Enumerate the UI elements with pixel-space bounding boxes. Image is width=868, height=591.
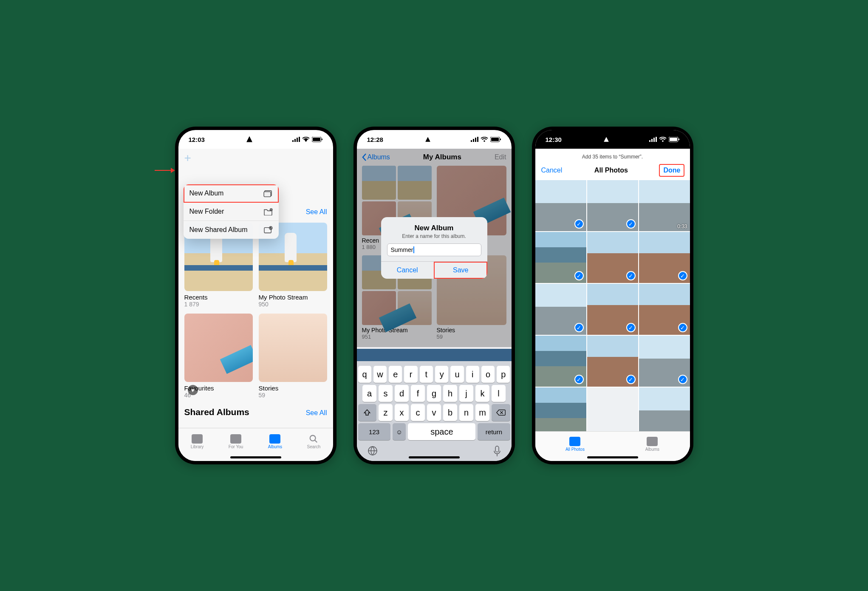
shared-album-icon	[263, 226, 273, 234]
tab-albums[interactable]: Albums	[645, 437, 659, 452]
svg-rect-3	[299, 137, 300, 142]
cell-signal-icon	[292, 137, 300, 142]
keyboard: qwertyuiop asdfghjkl zxcvbnm 123 ☺	[357, 361, 512, 461]
key-c[interactable]: c	[411, 404, 425, 421]
key-x[interactable]: x	[395, 404, 409, 421]
done-button[interactable]: Done	[660, 165, 684, 176]
photo-cell[interactable]: ✓	[535, 180, 586, 231]
svg-rect-6	[322, 139, 322, 140]
photo-cell[interactable]	[587, 387, 638, 431]
key-d[interactable]: d	[395, 385, 409, 402]
alert-backdrop: New Album Enter a name for this album. S…	[357, 149, 512, 347]
photo-cell[interactable]: ✓	[535, 336, 586, 387]
svg-point-12	[270, 227, 271, 228]
add-context-menu: New Album New Folder New Shared Album	[184, 184, 279, 239]
photo-cell[interactable]: ✓	[587, 232, 638, 283]
key-m[interactable]: m	[475, 404, 489, 421]
album-label: Recents	[184, 294, 253, 301]
check-icon: ✓	[574, 271, 584, 280]
home-indicator	[230, 456, 281, 458]
emoji-key[interactable]: ☺	[393, 423, 406, 440]
photo-cell[interactable]: ✓	[639, 336, 690, 387]
space-key[interactable]: space	[408, 423, 475, 440]
key-h[interactable]: h	[443, 385, 457, 402]
wifi-icon	[302, 137, 310, 142]
delete-key[interactable]	[492, 404, 510, 421]
tab-for-you[interactable]: For You	[229, 434, 243, 449]
key-v[interactable]: v	[427, 404, 441, 421]
svg-rect-23	[495, 446, 499, 452]
key-j[interactable]: j	[459, 385, 473, 402]
key-u[interactable]: u	[450, 366, 464, 383]
key-a[interactable]: a	[362, 385, 376, 402]
tab-library[interactable]: Library	[191, 434, 204, 449]
cancel-button[interactable]: Cancel	[541, 167, 563, 174]
menu-item-label: New Album	[189, 189, 224, 197]
key-t[interactable]: t	[420, 366, 433, 383]
svg-rect-1	[294, 139, 296, 142]
cancel-button[interactable]: Cancel	[381, 262, 434, 279]
key-w[interactable]: w	[373, 366, 387, 383]
menu-item-new-album[interactable]: New Album	[184, 184, 279, 203]
photo-cell[interactable]: ✓	[535, 232, 586, 283]
see-all-button[interactable]: See All	[306, 208, 327, 216]
shift-key[interactable]	[358, 404, 377, 421]
check-icon: ✓	[574, 323, 584, 332]
see-all-button[interactable]: See All	[306, 409, 327, 417]
key-q[interactable]: q	[358, 366, 371, 383]
key-f[interactable]: f	[411, 385, 425, 402]
key-b[interactable]: b	[443, 404, 457, 421]
menu-item-new-shared-album[interactable]: New Shared Album	[184, 221, 279, 239]
heart-icon: ♥	[188, 385, 198, 395]
photo-cell[interactable]: 0:33	[639, 180, 690, 231]
menu-item-label: New Folder	[189, 208, 224, 215]
album-label: Stories	[259, 385, 327, 392]
return-key[interactable]: return	[478, 423, 510, 440]
key-p[interactable]: p	[497, 366, 510, 383]
key-i[interactable]: i	[466, 366, 479, 383]
photo-cell[interactable]: ✓	[639, 284, 690, 335]
check-icon: ✓	[574, 375, 584, 384]
key-l[interactable]: l	[492, 385, 506, 402]
status-time: 12:03	[189, 136, 205, 143]
add-button[interactable]: +	[184, 149, 327, 166]
check-icon: ✓	[678, 375, 687, 384]
svg-rect-5	[313, 138, 320, 141]
key-y[interactable]: y	[435, 366, 448, 383]
add-items-label: Add 35 items to “Summer”.	[535, 151, 690, 162]
cell-signal-icon	[471, 137, 478, 142]
svg-point-18	[483, 140, 485, 142]
key-n[interactable]: n	[459, 404, 473, 421]
key-r[interactable]: r	[404, 366, 417, 383]
dictation-icon[interactable]	[493, 446, 501, 457]
album-name-input[interactable]: Summer	[387, 243, 481, 256]
svg-point-13	[310, 435, 316, 441]
key-e[interactable]: e	[389, 366, 402, 383]
key-k[interactable]: k	[475, 385, 489, 402]
svg-rect-27	[656, 137, 657, 142]
photo-cell[interactable]: ✓	[535, 284, 586, 335]
tab-all-photos[interactable]: All Photos	[565, 437, 585, 452]
album-card-stories[interactable]: Stories 59	[259, 314, 327, 399]
key-g[interactable]: g	[427, 385, 441, 402]
photo-cell[interactable]: ✓	[587, 336, 638, 387]
key-z[interactable]: z	[379, 404, 393, 421]
video-duration: 0:33	[677, 223, 687, 229]
save-button[interactable]: Save	[434, 262, 487, 279]
photo-cell[interactable]	[535, 387, 586, 431]
album-card-favourites[interactable]: ♥ Favourites 46	[184, 314, 253, 399]
menu-item-new-folder[interactable]: New Folder	[184, 203, 279, 221]
alert-title: New Album	[387, 224, 481, 232]
key-o[interactable]: o	[481, 366, 495, 383]
photo-cell[interactable]: ✓	[587, 180, 638, 231]
photo-cell[interactable]: ✓	[639, 232, 690, 283]
tab-albums[interactable]: Albums	[268, 434, 282, 449]
tab-search[interactable]: Search	[307, 434, 321, 449]
photo-cell[interactable]	[639, 387, 690, 431]
key-s[interactable]: s	[379, 385, 393, 402]
globe-icon[interactable]	[368, 446, 378, 456]
home-indicator	[587, 456, 638, 458]
numbers-key[interactable]: 123	[358, 423, 390, 440]
svg-rect-17	[477, 137, 478, 142]
photo-cell[interactable]: ✓	[587, 284, 638, 335]
